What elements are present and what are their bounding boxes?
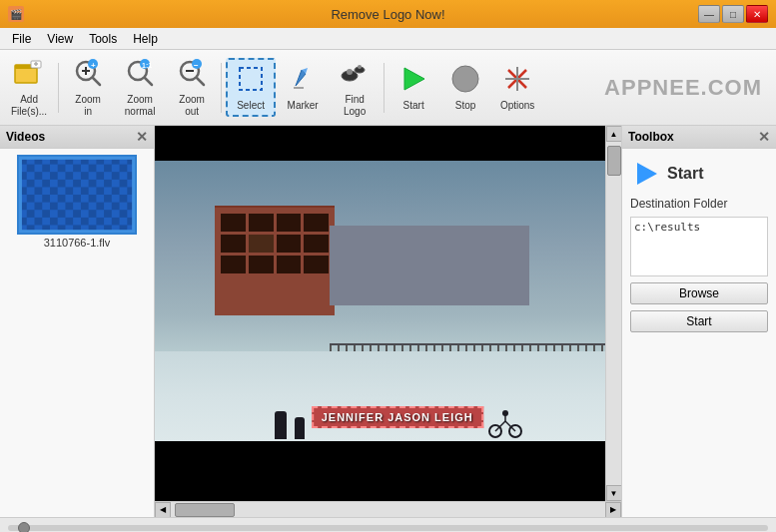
videos-panel: Videos ✕ 3110766-1.flv xyxy=(0,126,155,517)
videos-title: Videos xyxy=(6,130,45,144)
toolbox-start-btn2[interactable]: Start xyxy=(630,310,768,332)
seek-bar[interactable] xyxy=(0,517,776,532)
toolbox-close-button[interactable]: ✕ xyxy=(758,129,770,145)
window-controls: — □ ✕ xyxy=(698,5,768,23)
find-logo-button[interactable]: FindLogo xyxy=(330,53,380,123)
scroll-thumb-h[interactable] xyxy=(175,503,235,517)
fence xyxy=(330,343,605,351)
window xyxy=(221,256,246,273)
scroll-thumb-v[interactable] xyxy=(607,146,621,176)
letterbox-top xyxy=(155,126,605,161)
zoom-out-button[interactable]: − Zoomout xyxy=(167,53,217,123)
marker-button[interactable]: Marker xyxy=(278,59,328,116)
svg-line-12 xyxy=(145,78,152,85)
toolbox-start-icon xyxy=(633,160,661,188)
seek-thumb[interactable] xyxy=(18,522,30,533)
svg-point-25 xyxy=(358,65,362,69)
add-files-button[interactable]: AddFile(s)... xyxy=(4,52,54,123)
menu-tools[interactable]: Tools xyxy=(81,30,125,48)
toolbox-start-button[interactable]: Start xyxy=(630,157,768,191)
zoom-in-button[interactable]: + Zoomin xyxy=(63,53,113,123)
svg-text:1:1: 1:1 xyxy=(142,62,152,69)
menu-bar: File View Tools Help xyxy=(0,28,776,50)
zoom-normal-icon: 1:1 xyxy=(125,58,155,92)
video-filename: 3110766-1.flv xyxy=(4,237,150,249)
window xyxy=(249,256,274,273)
scroll-right-button[interactable]: ▶ xyxy=(605,502,621,518)
menu-file[interactable]: File xyxy=(4,30,39,48)
seek-track[interactable] xyxy=(8,525,768,531)
main-area: Videos ✕ 3110766-1.flv xyxy=(0,126,776,517)
window xyxy=(277,256,302,273)
menu-view[interactable]: View xyxy=(39,30,81,48)
select-label: Select xyxy=(237,100,265,111)
logo-overlay[interactable]: JENNIFER JASON LEIGH xyxy=(312,406,483,428)
toolbox-dest-folder-input[interactable] xyxy=(630,217,768,276)
stop-button[interactable]: Stop xyxy=(440,59,490,116)
scroll-up-button[interactable]: ▲ xyxy=(606,126,622,142)
start-icon xyxy=(398,64,428,98)
window xyxy=(277,214,302,232)
svg-marker-38 xyxy=(637,163,657,185)
person-1 xyxy=(275,411,287,439)
menu-help[interactable]: Help xyxy=(125,30,166,48)
toolbox-header: Toolbox ✕ xyxy=(622,126,776,149)
horizontal-scrollbar[interactable]: ◀ ▶ xyxy=(155,501,621,517)
video-thumbnail[interactable] xyxy=(17,155,137,235)
video-frame[interactable]: JENNIFER JASON LEIGH xyxy=(155,126,605,501)
options-button[interactable]: Options xyxy=(492,59,542,116)
find-logo-label: FindLogo xyxy=(344,94,366,118)
videos-close-button[interactable]: ✕ xyxy=(136,129,148,145)
svg-rect-20 xyxy=(240,68,262,90)
svg-point-37 xyxy=(502,410,508,416)
find-logo-icon xyxy=(340,58,370,92)
scroll-down-button[interactable]: ▼ xyxy=(606,485,622,501)
vertical-scrollbar[interactable]: ▲ ▼ xyxy=(605,126,621,501)
zoom-in-icon: + xyxy=(73,58,103,92)
separator-1 xyxy=(58,63,59,113)
svg-point-27 xyxy=(452,66,478,92)
window xyxy=(221,235,246,253)
zoom-out-label: Zoomout xyxy=(179,94,205,118)
svg-point-24 xyxy=(347,69,353,75)
toolbox-panel: Toolbox ✕ Start Destination Folder Brows… xyxy=(621,126,776,517)
cyclist xyxy=(485,409,525,439)
zoom-in-label: Zoomin xyxy=(75,94,101,118)
window xyxy=(304,256,329,273)
start-button[interactable]: Start xyxy=(388,59,438,116)
scroll-track-v xyxy=(606,142,622,485)
toolbox-title: Toolbox xyxy=(628,130,674,144)
title-bar: 🎬 Remove Logo Now! — □ ✕ xyxy=(0,0,776,28)
zoom-normal-label: Zoomnormal xyxy=(125,94,156,118)
svg-line-6 xyxy=(93,78,100,85)
select-button[interactable]: Select xyxy=(226,58,276,117)
scroll-left-button[interactable]: ◀ xyxy=(155,502,171,518)
options-icon xyxy=(502,64,532,98)
add-files-icon xyxy=(13,57,45,92)
toolbox-browse-button[interactable]: Browse xyxy=(630,282,768,304)
maximize-button[interactable]: □ xyxy=(722,5,744,23)
zoom-out-icon: − xyxy=(177,58,207,92)
preview-area: JENNIFER JASON LEIGH ▲ ▼ ◀ ▶ xyxy=(155,126,621,517)
window xyxy=(277,235,302,253)
window xyxy=(304,214,329,232)
videos-content: 3110766-1.flv xyxy=(0,149,154,517)
zoom-normal-button[interactable]: 1:1 Zoomnormal xyxy=(115,53,165,123)
letterbox-bottom xyxy=(155,441,605,501)
toolbox-start-label: Start xyxy=(667,165,703,183)
brand-text: APPNEE.COM xyxy=(604,75,762,101)
person-2 xyxy=(295,417,305,439)
videos-header: Videos ✕ xyxy=(0,126,154,149)
options-label: Options xyxy=(500,100,534,111)
close-button[interactable]: ✕ xyxy=(746,5,768,23)
start-label: Start xyxy=(403,100,424,111)
building-2 xyxy=(330,226,529,305)
minimize-button[interactable]: — xyxy=(698,5,720,23)
window xyxy=(249,214,274,232)
toolbox-dest-folder-label: Destination Folder xyxy=(630,197,768,211)
window xyxy=(249,235,274,253)
window xyxy=(221,214,246,232)
stop-label: Stop xyxy=(455,100,476,111)
title-bar-title: Remove Logo Now! xyxy=(0,7,776,22)
toolbar: AddFile(s)... + Zoomin 1:1 Zoomnormal − … xyxy=(0,50,776,126)
